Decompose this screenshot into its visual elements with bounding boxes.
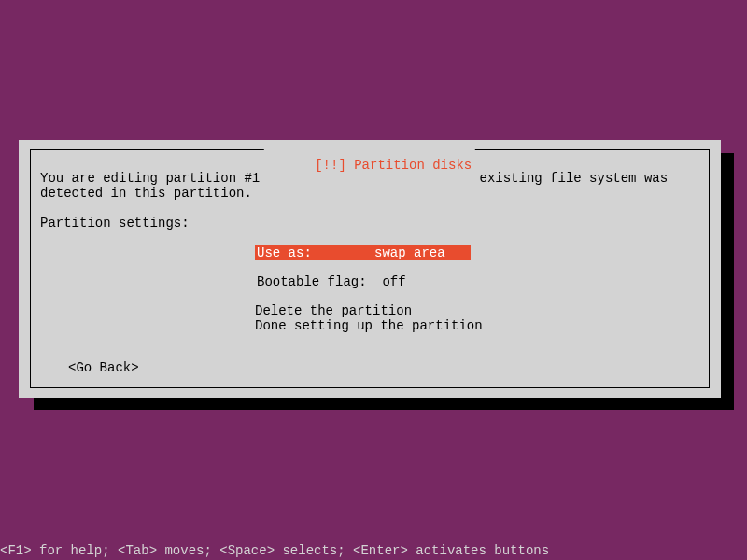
- settings-list: Use as: swap area Bootable flag: off Del…: [255, 245, 699, 333]
- setting-bootable-value: off: [382, 274, 405, 289]
- setting-use-as[interactable]: Use as: swap area: [255, 245, 699, 260]
- help-footer: <F1> for help; <Tab> moves; <Space> sele…: [0, 543, 549, 558]
- go-back-button[interactable]: <Go Back>: [68, 360, 139, 375]
- action-delete-partition[interactable]: Delete the partition: [255, 303, 699, 318]
- dialog-title-text: [!!] Partition disks: [315, 158, 472, 173]
- setting-bootable-label: Bootable flag:: [257, 274, 367, 289]
- dialog-frame: [!!] Partition disks You are editing par…: [30, 149, 710, 388]
- partition-dialog: [!!] Partition disks You are editing par…: [19, 140, 721, 398]
- settings-section-label: Partition settings:: [40, 216, 699, 231]
- dialog-title: [!!] Partition disks: [264, 143, 475, 188]
- spacer: [255, 289, 699, 303]
- setting-use-as-value: swap area: [374, 245, 445, 260]
- spacer: [255, 260, 699, 274]
- action-done-setting-up[interactable]: Done setting up the partition: [255, 318, 699, 333]
- setting-use-as-label: Use as:: [257, 245, 312, 260]
- setting-bootable-flag[interactable]: Bootable flag: off: [255, 274, 699, 289]
